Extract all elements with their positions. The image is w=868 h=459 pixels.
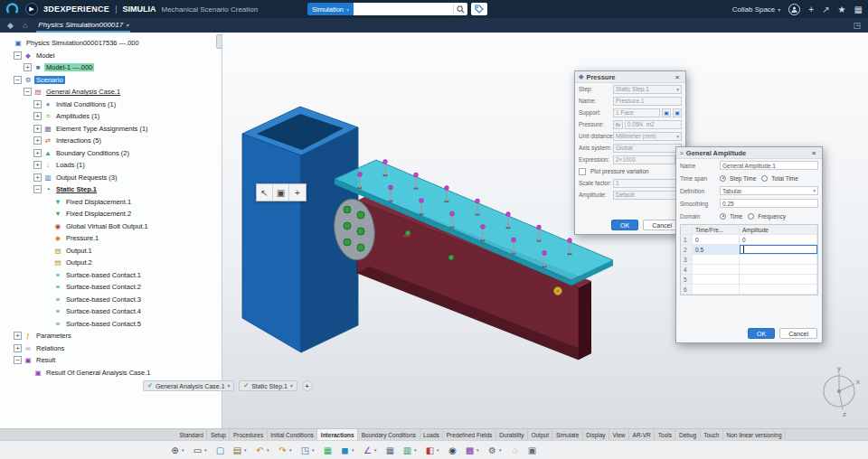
ribbon-tab[interactable]: AR-VR xyxy=(629,429,655,440)
amplitude-dialog-titlebar[interactable]: ≈ General Amplitude × xyxy=(676,147,822,159)
view-cube-icon[interactable]: ◳ xyxy=(298,444,312,457)
tree-item[interactable]: −▤General Analysis Case.1 xyxy=(0,86,222,98)
amplitude-cell[interactable] xyxy=(693,275,740,284)
tree-item[interactable]: +ƒParameters xyxy=(0,330,222,342)
dropdown-caret-icon[interactable]: ▾ xyxy=(244,447,250,453)
ok-button[interactable]: OK xyxy=(611,220,638,230)
ground-grid-icon[interactable]: ▦ xyxy=(321,444,335,457)
definition-select[interactable]: Tabular ▾ xyxy=(720,186,818,195)
select-box-icon[interactable]: ▭ xyxy=(191,444,204,457)
mesh-icon[interactable]: ▩ xyxy=(463,444,476,457)
amplitude-cell[interactable] xyxy=(740,265,817,274)
tree-item[interactable]: −◆Model xyxy=(0,50,222,62)
amplitude-cell[interactable] xyxy=(693,255,740,264)
amplitude-cell[interactable] xyxy=(740,275,817,284)
amplitude-cell[interactable] xyxy=(740,285,817,294)
ribbon-tab[interactable]: Touch xyxy=(701,429,723,440)
dropdown-caret-icon[interactable]: ▾ xyxy=(414,447,420,453)
open-app-tab[interactable]: Physics Simulation000017 ▾ xyxy=(36,18,130,33)
pressure-field-value[interactable]: Pressure.1 xyxy=(613,97,682,106)
zoom-area-icon[interactable]: ⊕ xyxy=(168,444,182,457)
dropdown-caret-icon[interactable]: ▾ xyxy=(499,447,505,453)
tree-item[interactable]: +▦Element Type Assignments (1) xyxy=(0,123,222,136)
favorites-icon[interactable]: ★ xyxy=(838,5,846,14)
amplitude-cell[interactable] xyxy=(693,285,740,294)
ribbon-tab[interactable]: Simulate xyxy=(552,429,582,440)
tree-item[interactable]: +↓Loads (1) xyxy=(0,159,222,172)
tree-item[interactable]: +●Initial Conditions (1) xyxy=(0,98,222,111)
support-list-icon[interactable]: ▣ xyxy=(673,108,682,117)
ribbon-tab[interactable]: Interactions xyxy=(317,429,358,440)
tree-item[interactable]: ≡Surface-based Contact.3 xyxy=(0,294,222,306)
tree-item[interactable]: ◆Pressure.1 xyxy=(0,232,222,245)
ribbon-tab[interactable]: Setup xyxy=(207,429,230,440)
amplitude-cell[interactable]: 0 xyxy=(693,235,740,244)
window-layout-icon[interactable]: ▣ xyxy=(525,444,539,457)
ribbon-tab[interactable]: Tools xyxy=(655,429,675,440)
tree-expander-icon[interactable]: + xyxy=(24,63,32,71)
search-scope-select[interactable]: Simulation ▾ xyxy=(307,3,354,15)
tree-expander-icon[interactable]: + xyxy=(33,100,42,108)
tree-expander-icon[interactable]: + xyxy=(33,125,42,133)
tree-item[interactable]: +■Model-1 ---.000 xyxy=(0,61,222,74)
fx-formula-button[interactable]: fx xyxy=(613,120,623,129)
capture-icon[interactable]: ◉ xyxy=(446,444,459,457)
clipboard-icon[interactable]: ▤ xyxy=(231,444,244,457)
dropdown-caret-icon[interactable]: ▾ xyxy=(289,447,295,453)
smoothing-input[interactable]: 0.25 xyxy=(720,199,818,208)
ribbon-tab[interactable]: Procedures xyxy=(230,429,267,440)
manipulate-icon[interactable]: + xyxy=(289,184,306,201)
expand-viewport-icon[interactable]: ◳ xyxy=(853,21,861,30)
dropdown-caret-icon[interactable]: ▾ xyxy=(352,447,357,453)
compass-icon[interactable]: ◆ xyxy=(7,21,14,30)
pressure-field-value[interactable]: Global▾ xyxy=(613,144,682,153)
tree-expander-icon[interactable]: + xyxy=(33,149,42,157)
data-table-icon[interactable]: ▦ xyxy=(383,444,397,457)
tree-item[interactable]: ◉Global Virtual Bolt Output.1 xyxy=(0,220,222,233)
search-input[interactable] xyxy=(354,3,453,15)
ribbon-tab[interactable]: Standard xyxy=(176,429,207,440)
domain-frequency-radio[interactable] xyxy=(748,213,754,220)
tree-expander-icon[interactable]: − xyxy=(33,185,42,193)
amplitude-cell[interactable]: 0.5 xyxy=(693,245,740,254)
measure-icon[interactable]: ∠ xyxy=(361,444,374,457)
tree-expander-icon[interactable]: − xyxy=(14,76,22,84)
ribbon-tab[interactable]: Predefined Fields xyxy=(443,429,496,440)
tree-expander-icon[interactable]: + xyxy=(33,161,42,169)
ribbon-tab[interactable]: Display xyxy=(583,429,609,440)
paint-style-icon[interactable]: ◧ xyxy=(423,444,437,457)
home-icon[interactable]: ⌂ xyxy=(23,21,27,30)
dropdown-caret-icon[interactable]: ▾ xyxy=(374,447,380,453)
tag-filter-icon[interactable] xyxy=(471,3,487,15)
apps-grid-icon[interactable]: ▦ xyxy=(854,5,863,14)
pressure-field-value[interactable]: 2×1000 xyxy=(613,155,675,164)
tree-panel-handle[interactable] xyxy=(216,34,222,49)
tree-item[interactable]: +⇄Interactions (5) xyxy=(0,135,222,147)
3dexperience-play-icon[interactable]: ▶ xyxy=(25,3,38,15)
ribbon-tab[interactable]: Debug xyxy=(675,429,700,440)
pressure-field-value[interactable]: Default▾ xyxy=(613,191,682,200)
amplitude-cell[interactable]: 0 xyxy=(740,235,817,244)
tree-item[interactable]: −▣Result xyxy=(0,354,222,367)
pick-filter-icon[interactable]: ▣ xyxy=(273,184,289,201)
tree-item[interactable]: −◔Static Step.1 xyxy=(0,183,222,196)
ok-button[interactable]: OK xyxy=(748,328,775,339)
ribbon-tab[interactable]: Output xyxy=(528,429,553,440)
plot-pressure-checkbox[interactable] xyxy=(579,168,586,175)
select-cursor-icon[interactable]: ↖ xyxy=(257,184,273,201)
collab-space-select[interactable]: Collab Space ▾ xyxy=(732,5,781,14)
tree-expander-icon[interactable]: − xyxy=(14,356,22,364)
3ds-logo-icon[interactable] xyxy=(5,2,20,16)
undo-icon[interactable]: ↶ xyxy=(253,444,267,457)
ribbon-tab[interactable]: Loads xyxy=(420,429,444,440)
tree-expander-icon[interactable]: + xyxy=(14,344,22,352)
close-icon[interactable]: × xyxy=(809,149,818,157)
tree-item[interactable]: ≡Surface-based Contact.2 xyxy=(0,281,222,294)
tree-item[interactable]: ▼Fixed Displacement.2 xyxy=(0,208,222,220)
tree-item[interactable]: +∞Relations xyxy=(0,342,222,355)
tree-item[interactable]: ▼Fixed Displacement.1 xyxy=(0,196,222,209)
ribbon-tab[interactable]: Initial Conditions xyxy=(268,429,318,440)
amplitude-cell[interactable] xyxy=(740,245,817,254)
amplitude-cell[interactable] xyxy=(740,255,817,264)
dropdown-caret-icon[interactable]: ▾ xyxy=(204,447,210,453)
